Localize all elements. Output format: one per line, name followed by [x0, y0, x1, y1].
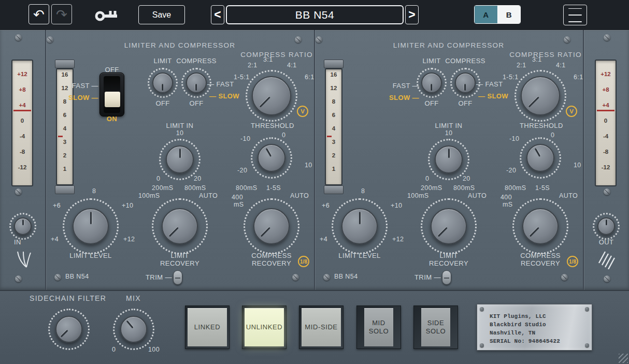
meter-scale-label: -4	[596, 133, 616, 140]
slow-label: — SLOW	[478, 92, 508, 100]
fast-label: — FAST	[476, 80, 503, 88]
compress-recovery-knob[interactable]	[522, 208, 559, 244]
limit-in-knob[interactable]	[435, 145, 463, 173]
meter-scale-label: 1	[57, 165, 73, 172]
scale-label: 0	[551, 132, 554, 139]
save-label: Save	[152, 10, 171, 20]
resize-grip-icon[interactable]	[619, 354, 628, 363]
meter-scale-label: +4	[12, 101, 32, 109]
slow-label: — SLOW	[209, 92, 239, 100]
scale-label: 200mS	[152, 184, 174, 192]
preset-name-field[interactable]: BB N54	[226, 5, 404, 24]
compress-ratio-knob[interactable]	[252, 76, 291, 115]
v-badge-button[interactable]: V	[297, 106, 308, 117]
side-solo-button[interactable]: SIDE SOLO	[421, 308, 450, 346]
bottom-strip: SIDECHAIN FILTER MIX 0 100 LINKED UNLINK…	[0, 290, 629, 364]
compress-label: COMPRESS	[445, 57, 486, 65]
threshold-knob[interactable]	[258, 144, 285, 172]
threshold-knob[interactable]	[526, 144, 554, 172]
limit-in-title: LIMIT IN	[159, 122, 201, 129]
prev-preset-button[interactable]: <	[211, 5, 224, 24]
ratio-scale-label: 3:1	[532, 56, 542, 63]
meter-scale-label: -12	[596, 164, 616, 171]
meter-scale-label: +12	[596, 70, 616, 78]
screw	[323, 274, 330, 281]
compress-recovery-title: RECOVERY	[504, 259, 577, 267]
limit-recovery-title: RECOVERY	[149, 259, 211, 267]
scale-label: 100	[148, 346, 160, 353]
ratio-scale-label: 4:1	[556, 62, 566, 69]
scale-label: 1-5S	[266, 184, 281, 192]
undo-icon: ↶	[33, 8, 45, 21]
eighth-badge-button[interactable]: 1/8	[567, 256, 578, 267]
scale-label: AUTO	[290, 192, 309, 199]
redo-button[interactable]: ↷	[51, 4, 72, 24]
ab-toggle-a[interactable]: A	[475, 6, 497, 23]
menu-button[interactable]	[563, 5, 587, 25]
compress-ratio-knob[interactable]	[521, 76, 560, 115]
power-toggle[interactable]	[99, 72, 124, 117]
ratio-title: COMPRESS RATIO	[240, 51, 313, 59]
input-label: IN	[7, 238, 28, 246]
panel-divider	[45, 30, 46, 290]
trim-label: TRIM —	[146, 273, 172, 281]
ab-compare-toggle: A B	[474, 5, 521, 24]
meter-needle	[58, 136, 63, 137]
ab-toggle-b[interactable]: B	[497, 6, 521, 23]
compress-switch-knob[interactable]	[186, 72, 207, 93]
limit-recovery-knob[interactable]	[431, 208, 467, 244]
eighth-badge-button[interactable]: 1/8	[298, 256, 309, 267]
linked-button[interactable]: LINKED	[188, 308, 227, 346]
meter-cap	[55, 60, 75, 68]
button-bezel: MID-SIDE	[299, 305, 344, 349]
meter-scale-label: -4	[12, 133, 32, 140]
key-icon[interactable]	[95, 8, 119, 22]
screw	[604, 275, 610, 282]
channel-model-label: BB N54	[334, 273, 358, 280]
sidechain-filter-knob[interactable]	[55, 316, 82, 343]
limit-level-knob[interactable]	[73, 208, 109, 244]
compress-recovery-knob[interactable]	[253, 208, 290, 244]
mix-knob[interactable]	[120, 316, 147, 343]
plate-line: Blackbird Studio	[490, 321, 592, 329]
limit-in-knob[interactable]	[166, 145, 194, 173]
section-title: LIMITER AND COMPRESSOR	[371, 41, 526, 49]
button-bezel: SIDE SOLO	[413, 305, 458, 349]
v-badge-button[interactable]: V	[566, 106, 577, 117]
meter-scale-label: 1	[326, 165, 341, 172]
channel-right: LIMITER AND COMPRESSOR 16 12 8 6 4 3 2 1…	[314, 30, 583, 290]
screw	[480, 307, 484, 311]
scale-label: +12	[392, 236, 404, 243]
scale-label: -20	[237, 167, 247, 174]
save-button[interactable]: Save	[138, 5, 185, 24]
scale-label: 400	[232, 194, 243, 201]
limit-level-knob[interactable]	[341, 208, 378, 244]
meter-scale-label: 8	[326, 98, 341, 105]
limit-recovery-knob[interactable]	[162, 208, 198, 244]
meter-scale-label: +4	[596, 101, 616, 109]
hamburger-icon	[568, 8, 582, 9]
meter-scale-label: 6	[326, 111, 341, 119]
trim-slider[interactable]	[173, 270, 182, 285]
meter-scale-label: 2	[326, 152, 341, 159]
scale-label: -20	[506, 167, 516, 174]
screw	[604, 34, 610, 41]
hamburger-icon	[568, 21, 582, 22]
limit-switch-knob[interactable]	[421, 72, 442, 93]
screw	[480, 343, 484, 347]
next-preset-button[interactable]: >	[405, 5, 419, 24]
undo-button[interactable]: ↶	[28, 4, 49, 24]
output-trim-knob[interactable]	[597, 217, 615, 235]
trim-slider[interactable]	[442, 270, 451, 285]
input-trim-knob[interactable]	[14, 217, 32, 235]
compress-switch-knob[interactable]	[455, 72, 476, 93]
fast-label: FAST —	[61, 82, 98, 90]
panel-divider	[314, 30, 315, 290]
mid-side-button[interactable]: MID-SIDE	[302, 308, 341, 346]
unlinked-button[interactable]: UNLINKED	[245, 308, 284, 346]
meter-scale-label: +8	[12, 86, 32, 93]
chevron-right-icon: >	[408, 8, 415, 22]
ratio-scale-label: 4:1	[287, 62, 297, 69]
limit-switch-knob[interactable]	[152, 72, 173, 93]
mid-solo-button[interactable]: MID SOLO	[364, 308, 393, 346]
